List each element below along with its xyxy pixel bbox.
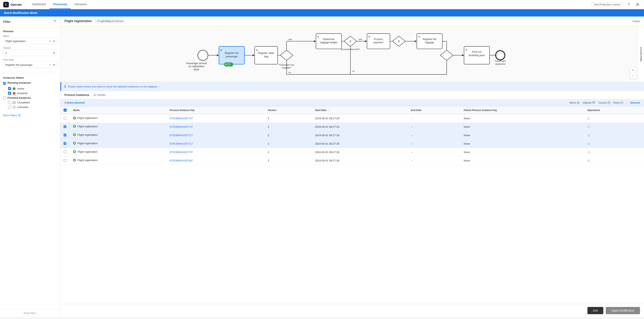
process-section-title: Process bbox=[3, 30, 57, 33]
svg-point-0 bbox=[637, 3, 638, 4]
running-instances-group: Running Instances bbox=[3, 81, 57, 85]
row-name: Flight registration bbox=[70, 114, 166, 122]
row-name: Flight registration bbox=[70, 131, 166, 139]
delete-button[interactable]: Delete bbox=[632, 20, 640, 23]
info-icon: ℹ bbox=[64, 84, 66, 89]
row-checkbox-cell[interactable] bbox=[60, 140, 70, 148]
row-key[interactable]: 6755399441057697 bbox=[166, 156, 264, 165]
name-dropdown-icon[interactable]: ▾ bbox=[53, 40, 55, 43]
cancel-operation-icon[interactable]: ⊘ bbox=[587, 142, 590, 145]
row-checkbox-cell[interactable] bbox=[60, 123, 70, 131]
reset-filters-btn[interactable]: Reset filters bbox=[0, 309, 60, 317]
svg-text:yes: yes bbox=[288, 38, 292, 40]
row-checkbox-cell[interactable] bbox=[60, 156, 70, 165]
canceled-status-dot: ⊘ bbox=[13, 106, 16, 109]
running-instances-checkbox[interactable] bbox=[3, 82, 6, 85]
operations-toggle[interactable]: Operations bbox=[638, 26, 644, 82]
row-checkbox[interactable] bbox=[64, 151, 66, 153]
active-checkbox[interactable] bbox=[8, 87, 11, 90]
nav-tab-decisions[interactable]: Decisions bbox=[71, 0, 90, 9]
more-filters-btn[interactable]: More Filters bbox=[0, 111, 60, 119]
row-start-date: 2024-05-01 08:27:29 bbox=[312, 140, 408, 148]
flow-node-clear-btn[interactable]: ✕ bbox=[49, 63, 51, 66]
nav-tab-dashboard[interactable]: Dashboard bbox=[28, 0, 50, 9]
cancel-operation-icon[interactable]: ⊘ bbox=[587, 150, 590, 154]
flow-node-dropdown-icon[interactable]: ▾ bbox=[53, 63, 55, 66]
sort-icon: ↓ bbox=[328, 109, 329, 112]
diagram-area: Passenger arrived on registration desk ⚙… bbox=[60, 26, 644, 82]
nav-tabs: Dashboard Processes Decisions bbox=[28, 0, 90, 9]
svg-marker-42 bbox=[365, 40, 367, 42]
instances-states-title: Instances States bbox=[3, 76, 57, 79]
row-checkbox[interactable] bbox=[64, 117, 66, 119]
user-button[interactable] bbox=[634, 1, 641, 8]
row-operations[interactable]: ⊘ bbox=[584, 114, 644, 123]
row-checkbox-cell[interactable] bbox=[60, 148, 70, 156]
cancel-operation-icon[interactable]: ⊘ bbox=[587, 159, 590, 162]
svg-marker-25 bbox=[280, 50, 293, 60]
row-checkbox[interactable] bbox=[64, 125, 66, 128]
row-parent-key: None bbox=[460, 123, 584, 131]
svg-text:luggage: luggage bbox=[425, 41, 434, 44]
row-checkbox[interactable] bbox=[64, 159, 66, 162]
name-select[interactable]: Flight registration ✕ ▾ bbox=[3, 38, 57, 44]
active-checkbox-item: Active bbox=[3, 87, 57, 90]
col-version: Version bbox=[264, 106, 312, 114]
flow-node-select[interactable]: Register the passenger ✕ ▾ bbox=[3, 62, 57, 68]
row-checkbox[interactable] bbox=[64, 134, 66, 136]
svg-text:● 22: ● 22 bbox=[225, 63, 230, 66]
row-operations[interactable]: ⊘ bbox=[584, 140, 644, 148]
sidebar-filter-icon[interactable] bbox=[53, 19, 57, 24]
name-clear-btn[interactable]: ✕ bbox=[49, 40, 51, 43]
indeterminate-checkbox[interactable] bbox=[64, 109, 67, 112]
selected-bar: 3 items selected Move Migrate Cancel bbox=[60, 99, 644, 106]
row-key[interactable]: 6755399441057737 bbox=[166, 123, 264, 131]
help-button[interactable]: ? bbox=[626, 1, 632, 8]
version-dropdown-icon[interactable]: ▾ bbox=[53, 51, 55, 54]
row-checkbox-cell[interactable] bbox=[60, 114, 70, 123]
cancel-operation-icon[interactable]: ⊘ bbox=[587, 117, 590, 120]
svg-text:payment: payment bbox=[374, 41, 384, 44]
cancel-action[interactable]: Cancel bbox=[598, 101, 610, 104]
svg-text:luggage weight: luggage weight bbox=[320, 41, 338, 44]
row-start-date: 2024-05-01 08:27:29 bbox=[312, 114, 408, 123]
svg-marker-53 bbox=[415, 40, 417, 42]
process-header: Flight registration flightRegistration D… bbox=[60, 16, 644, 26]
apply-modification-button[interactable]: Apply Modification bbox=[606, 307, 640, 314]
finished-instances-checkbox[interactable] bbox=[3, 96, 6, 99]
row-key[interactable]: 6755399441057747 bbox=[166, 114, 264, 123]
select-all-header[interactable] bbox=[60, 106, 70, 114]
row-operations[interactable]: ⊘ bbox=[584, 156, 644, 165]
version-select[interactable]: 2 ▾ bbox=[3, 50, 57, 56]
row-checkbox-cell[interactable] bbox=[60, 131, 70, 140]
name-field-group: Name Flight registration ✕ ▾ bbox=[3, 35, 57, 44]
row-key[interactable]: 6755399441057707 bbox=[166, 148, 264, 156]
canceled-checkbox-item: ⊘ Canceled bbox=[3, 106, 57, 109]
incidents-checkbox-item: ! Incidents bbox=[3, 92, 57, 95]
canceled-checkbox[interactable] bbox=[8, 106, 11, 109]
row-key[interactable]: 6755399441057727 bbox=[166, 131, 264, 140]
discard-button[interactable]: Discard bbox=[630, 101, 640, 104]
completed-checkbox[interactable] bbox=[8, 101, 11, 104]
row-operations[interactable]: ⊘ bbox=[584, 131, 644, 140]
active-status-indicator bbox=[73, 150, 76, 153]
exit-button[interactable]: Exit bbox=[588, 307, 603, 314]
retry-action[interactable]: Retry bbox=[614, 101, 623, 104]
zoom-out-button[interactable]: − bbox=[630, 73, 636, 79]
logo-icon: C bbox=[3, 2, 9, 7]
row-operations[interactable]: ⊘ bbox=[584, 123, 644, 131]
row-checkbox[interactable] bbox=[64, 142, 66, 145]
zoom-in-button[interactable]: + bbox=[630, 67, 636, 73]
row-operations[interactable]: ⊘ bbox=[584, 148, 644, 156]
migrate-action[interactable]: Migrate bbox=[583, 101, 595, 104]
col-start-date[interactable]: Start Date ↓ bbox=[312, 106, 408, 114]
move-action[interactable]: Move bbox=[570, 101, 580, 104]
sidebar: Filter Process Name Flight registration … bbox=[0, 16, 60, 317]
cancel-operation-icon[interactable]: ⊘ bbox=[587, 125, 590, 129]
row-key[interactable]: 6755399441057717 bbox=[166, 140, 264, 148]
nav-tab-processes[interactable]: Processes bbox=[50, 0, 71, 9]
cancel-operation-icon[interactable]: ⊘ bbox=[587, 134, 590, 137]
incidents-checkbox[interactable] bbox=[8, 92, 11, 95]
main-layout: Filter Process Name Flight registration … bbox=[0, 16, 644, 317]
svg-text:Register the: Register the bbox=[225, 52, 238, 55]
